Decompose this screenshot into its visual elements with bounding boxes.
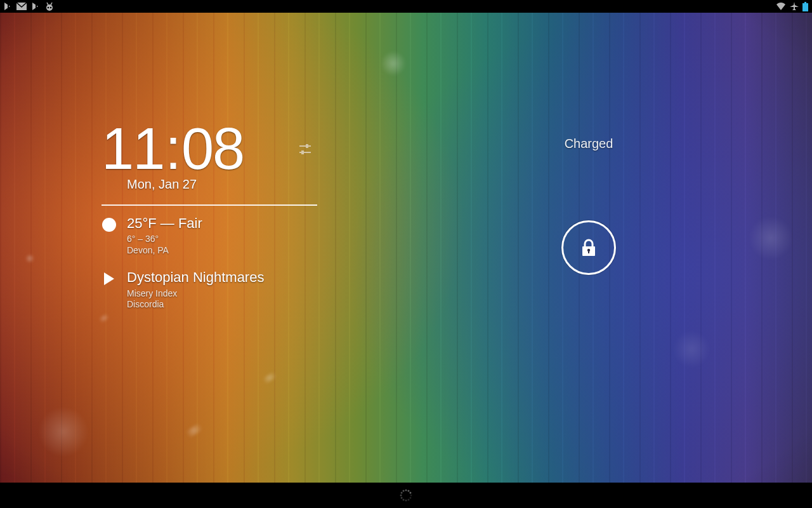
clock-colon: : (165, 124, 180, 173)
svg-rect-8 (804, 2, 806, 3)
svg-rect-9 (802, 3, 808, 11)
status-bar (0, 0, 812, 13)
weather-range: 6° – 36° (127, 234, 202, 245)
svg-rect-0 (8, 4, 9, 8)
svg-point-3 (46, 4, 53, 11)
play-store-icon (4, 2, 11, 11)
now-playing-album: Discordia (127, 299, 264, 311)
cyanogenmod-icon (44, 2, 55, 11)
play-store-icon (32, 2, 39, 11)
battery-status-label: Charged (183, 137, 812, 151)
wifi-icon (776, 3, 786, 10)
lockscreen-wallpaper: 11 : 08 Mon, Jan 27 (0, 13, 812, 483)
gmail-icon (16, 3, 27, 10)
weather-icon (102, 216, 117, 232)
lock-icon (580, 238, 597, 257)
widget-divider (102, 204, 317, 206)
weather-row[interactable]: 25°F — Fair 6° – 36° Devon, PA (102, 216, 330, 256)
lockscreen-widget-panel[interactable]: 11 : 08 Mon, Jan 27 (102, 124, 330, 324)
now-playing-row[interactable]: Dystopian Nightmares Misery Index Discor… (102, 270, 330, 310)
clock-hour: 11 (102, 124, 164, 173)
unlock-ring[interactable] (561, 220, 616, 275)
loading-spinner-icon (400, 489, 412, 502)
now-playing-track: Dystopian Nightmares (127, 270, 264, 285)
svg-rect-2 (36, 4, 37, 8)
svg-line-6 (47, 3, 48, 5)
svg-point-4 (48, 7, 49, 9)
battery-icon (802, 2, 808, 11)
play-icon (102, 270, 117, 286)
status-bar-left (4, 2, 55, 11)
svg-rect-16 (588, 250, 589, 253)
svg-line-7 (51, 3, 52, 5)
status-bar-right (776, 2, 808, 11)
weather-summary: 25°F — Fair (127, 216, 202, 231)
airplane-mode-icon (790, 2, 799, 11)
svg-point-5 (50, 7, 52, 9)
navigation-bar (0, 483, 812, 508)
now-playing-artist: Misery Index (127, 288, 264, 300)
weather-location: Devon, PA (127, 245, 202, 257)
